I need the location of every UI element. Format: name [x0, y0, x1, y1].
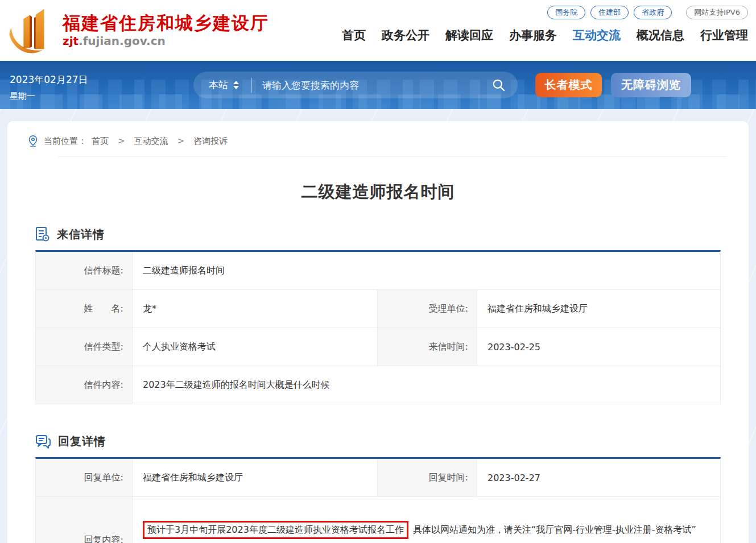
page-title: 二级建造师报名时间 — [35, 181, 721, 204]
accessibility-button[interactable]: 无障碍浏览 — [611, 73, 691, 97]
page-background: 当前位置： 首页 > 互动交流 > 咨询投诉 二级建造师报名时间 来信详情 信件… — [0, 109, 756, 543]
reply-time-label: 回复时间: — [378, 459, 477, 497]
site-header: 福建省住房和城乡建设厅 zjt.fujian.gov.cn 国务院 住建部 省政… — [0, 0, 756, 61]
breadcrumb-interaction[interactable]: 互动交流 — [134, 136, 168, 147]
search-divider — [251, 78, 252, 93]
letter-section-title: 来信详情 — [57, 227, 105, 242]
location-pin-icon — [27, 135, 39, 147]
content-card: 当前位置： 首页 > 互动交流 > 咨询投诉 二级建造师报名时间 来信详情 信件… — [7, 121, 749, 543]
search-scope-select[interactable]: 本站 — [209, 78, 239, 92]
banner-buttons: 长者模式 无障碍浏览 — [535, 73, 691, 97]
breadcrumb: 当前位置： 首页 > 互动交流 > 咨询投诉 — [27, 121, 721, 156]
letter-content-value: 2023年二级建造师的报名时间大概是什么时候 — [133, 366, 720, 404]
letter-time-value: 2023-02-25 — [477, 328, 720, 366]
breadcrumb-separator: > — [118, 136, 125, 146]
search-button[interactable] — [491, 78, 506, 93]
link-mohurd[interactable]: 住建部 — [590, 6, 629, 19]
search-bar: 本站 — [193, 72, 518, 98]
nav-services[interactable]: 办事服务 — [509, 27, 557, 43]
accept-unit-value: 福建省住房和城乡建设厅 — [477, 290, 720, 328]
link-provincial-gov[interactable]: 省政府 — [634, 6, 672, 19]
reply-highlighted-text: 预计于3月中旬开展2023年度二级建造师执业资格考试报名工作 — [143, 521, 408, 539]
nav-industry[interactable]: 行业管理 — [700, 27, 748, 43]
banner-date: 2023年02月27日 — [10, 73, 88, 86]
site-logo[interactable]: 福建省住房和城乡建设厅 zjt.fujian.gov.cn — [7, 0, 269, 61]
nav-home[interactable]: 首页 — [342, 27, 366, 43]
main-nav: 首页 政务公开 解读回应 办事服务 互动交流 概况信息 行业管理 — [342, 27, 748, 43]
search-icon — [491, 78, 506, 93]
chevron-updown-icon — [233, 81, 239, 89]
site-url-suffix: .fujian.gov.cn — [79, 34, 166, 48]
reply-detail-icon — [35, 434, 51, 449]
reply-unit-value: 福建省住房和城乡建设厅 — [133, 459, 378, 497]
ipv6-badge: 网站支持IPV6 — [686, 6, 748, 19]
quick-links: 国务院 住建部 省政府 网站支持IPV6 — [547, 6, 748, 19]
reply-unit-label: 回复单位: — [36, 459, 133, 497]
breadcrumb-home[interactable]: 首页 — [92, 136, 109, 147]
site-url-prefix: zjt — [63, 34, 79, 48]
breadcrumb-consult[interactable]: 咨询投诉 — [193, 136, 228, 147]
nav-interpretation[interactable]: 解读回应 — [445, 27, 493, 43]
letter-content-label: 信件内容: — [36, 366, 133, 404]
reply-content-value: 预计于3月中旬开展2023年度二级建造师执业资格考试报名工作具体以网站通知为准，… — [133, 497, 720, 543]
letter-detail-icon — [35, 226, 50, 242]
breadcrumb-separator: > — [177, 136, 185, 146]
name-label: 姓 名: — [36, 290, 133, 328]
reply-section-title: 回复详情 — [58, 434, 106, 449]
reply-time-value: 2023-02-27 — [477, 459, 720, 497]
date-block: 2023年02月27日 星期一 — [10, 73, 88, 102]
accept-unit-label: 受理单位: — [378, 290, 477, 328]
hero-banner: 2023年02月27日 星期一 本站 长者模式 无障碍浏览 — [0, 61, 756, 109]
name-value: 龙* — [133, 290, 378, 328]
reply-detail-table: 回复单位: 福建省住房和城乡建设厅 回复时间: 2023-02-27 回复内容:… — [35, 457, 721, 543]
site-url: zjt.fujian.gov.cn — [63, 34, 269, 48]
nav-gov-affairs[interactable]: 政务公开 — [382, 27, 429, 43]
letter-time-label: 来信时间: — [378, 328, 477, 366]
site-name: 福建省住房和城乡建设厅 — [63, 13, 269, 34]
search-scope-label: 本站 — [209, 78, 228, 92]
letter-type-value: 个人执业资格考试 — [133, 328, 378, 366]
header-right: 国务院 住建部 省政府 网站支持IPV6 首页 政务公开 解读回应 办事服务 互… — [342, 0, 748, 61]
breadcrumb-divider — [58, 156, 726, 157]
letter-title-value: 二级建造师报名时间 — [133, 252, 720, 290]
reply-content-label: 回复内容: — [36, 497, 133, 543]
letter-section-header: 来信详情 — [35, 226, 721, 242]
elder-mode-button[interactable]: 长者模式 — [535, 73, 602, 97]
nav-overview[interactable]: 概况信息 — [637, 27, 684, 43]
logo-building-icon — [7, 6, 57, 56]
letter-detail-table: 信件标题: 二级建造师报名时间 姓 名: 龙* 受理单位: 福建省住房和城乡建设… — [35, 250, 721, 404]
logo-text: 福建省住房和城乡建设厅 zjt.fujian.gov.cn — [63, 13, 269, 48]
nav-interaction[interactable]: 互动交流 — [573, 27, 621, 43]
letter-type-label: 信件类型: — [36, 328, 133, 366]
banner-weekday: 星期一 — [10, 91, 88, 102]
search-input[interactable] — [262, 80, 491, 91]
letter-title-label: 信件标题: — [36, 252, 133, 290]
link-state-council[interactable]: 国务院 — [547, 6, 585, 19]
reply-section-header: 回复详情 — [35, 434, 721, 449]
breadcrumb-prefix: 当前位置： — [44, 136, 86, 147]
